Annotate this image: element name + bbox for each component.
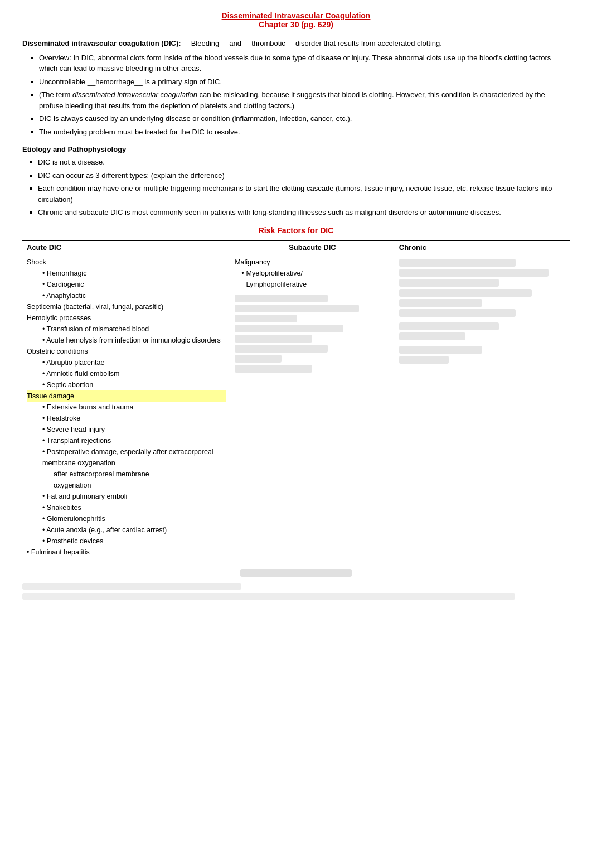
malignancy-sub-text: Myeloproliferative/Lymphoproliferative [246,268,307,290]
tissue-sub: • Extensive burns and trauma • Heatstrok… [42,402,226,547]
italic-term: disseminated intravascular coagulation [72,90,197,99]
risk-factors-heading: Risk Factors for DIC [22,226,570,235]
list-item: (The term disseminated intravascular coa… [39,89,570,111]
bottom-line-2 [22,593,515,600]
list-item: Chronic and subacute DIC is most commonl… [38,207,570,218]
list-item: • Cardiogenic [42,279,226,290]
etiology-section: Etiology and Pathophysiology DIC is not … [22,145,570,218]
etiology-heading: Etiology and Pathophysiology [22,145,570,153]
list-item: • Abruptio placentae [42,357,226,368]
list-item: • Anaphylactic [42,290,226,301]
table-row: Shock • Hemorrhagic • Cardiogenic • Anap… [22,254,570,560]
bottom-line-1 [22,583,241,590]
list-item: • Glomerulonephritis [42,513,226,524]
col-chronic: Chronic [395,240,570,254]
list-item: • Fat and pulmonary emboli [42,491,226,502]
shock-sub-list: • Hemorrhagic • Cardiogenic • Anaphylact… [42,268,226,301]
list-item: • Acute hemolysis from infection or immu… [42,335,226,346]
hemolytic-sub: • Transfusion of mismatched blood • Acut… [42,324,226,346]
shock-label: Shock [27,257,226,268]
bottom-bar-center [22,569,570,578]
list-item: Overview: In DIC, abnormal clots form in… [39,52,570,74]
list-item: • Extensive burns and trauma [42,402,226,413]
list-item-sub: oxygenation [54,480,226,491]
dic-heading-text: __Bleeding__ and __thrombotic__ disorder… [181,39,442,47]
title-line2: Chapter 30 (pg. 629) [22,20,570,29]
table-header-row: Acute DIC Subacute DIC Chronic [22,240,570,254]
bottom-section [22,569,570,600]
malignancy-label: Malignancy [235,257,390,268]
list-item: Uncontrollable __hemorrhage__ is a prima… [39,76,570,88]
list-item: Each condition may have one or multiple … [38,183,570,205]
subacute-blurred [235,295,390,373]
intro-section: Disseminated intravascular coagulation (… [22,38,570,137]
list-item: DIC is not a disease. [38,157,570,168]
list-item: • Snakebites [42,502,226,513]
obstetric-sub: • Abruptio placentae • Amniotic fluid em… [42,357,226,390]
list-item: • Severe head injury [42,424,226,435]
risk-factors-table: Acute DIC Subacute DIC Chronic Shock • H… [22,240,570,560]
list-item: • Hemorrhagic [42,268,226,279]
list-item: • Postoperative damage, especially after… [42,446,226,469]
acute-col: Shock • Hemorrhagic • Cardiogenic • Anap… [22,254,230,560]
list-item: • Transplant rejections [42,435,226,446]
bullet-marker: • [241,268,244,279]
list-item: • Amniotic fluid embolism [42,368,226,379]
page-title: Disseminated Intravascular Coagulation C… [22,11,570,29]
col-subacute: Subacute DIC [230,240,395,254]
tissue-damage-label: Tissue damage [27,390,226,402]
list-item: DIC can occur as 3 different types: (exp… [38,170,570,181]
chronic-col [395,254,570,560]
septicemia-label: Septicemia (bacterial, viral, fungal, pa… [27,301,226,312]
list-item-sub: after extracorporeal membrane [54,469,226,480]
intro-bullet-list: Overview: In DIC, abnormal clots form in… [39,52,570,138]
list-item: • Acute anoxia (e.g., after cardiac arre… [42,524,226,536]
list-item: • Transfusion of mismatched blood [42,324,226,335]
subacute-col: Malignancy • Myeloproliferative/Lymphopr… [230,254,395,560]
bottom-center-bar [240,569,352,577]
hemolytic-label: Hemolytic processes [27,312,226,324]
col-acute: Acute DIC [22,240,230,254]
list-item: • Heatstroke [42,413,226,424]
intro-paragraph: Disseminated intravascular coagulation (… [22,38,570,49]
title-line1: Disseminated Intravascular Coagulation [22,11,570,20]
fulminant-label: • Fulminant hepatitis [27,547,226,558]
list-item: The underlying problem must be treated f… [39,127,570,138]
list-item: • Prosthetic devices [42,536,226,547]
chronic-blurred [399,259,565,364]
obstetric-label: Obstetric conditions [27,346,226,357]
malignancy-sub: • Myeloproliferative/Lymphoproliferative [241,268,390,290]
list-item: DIC is always caused by an underlying di… [39,113,570,124]
dic-heading-bold: Disseminated intravascular coagulation (… [22,39,181,47]
list-item: • Septic abortion [42,379,226,390]
etiology-list: DIC is not a disease. DIC can occur as 3… [38,157,570,218]
